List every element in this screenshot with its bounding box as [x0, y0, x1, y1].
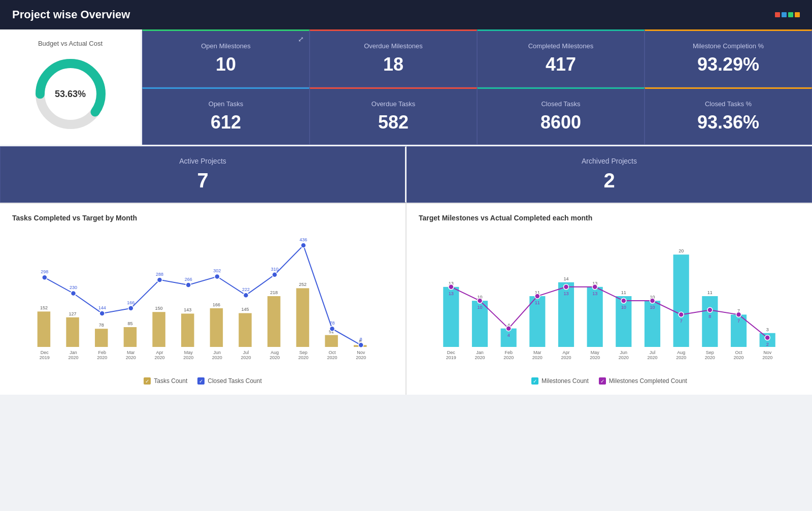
svg-text:Apr: Apr — [562, 350, 569, 355]
svg-text:13: 13 — [592, 291, 597, 296]
svg-text:20: 20 — [679, 248, 684, 253]
metric-label: Open Tasks — [209, 100, 243, 108]
svg-text:3: 3 — [766, 327, 769, 332]
svg-text:2020: 2020 — [532, 355, 543, 360]
svg-text:Sep: Sep — [299, 350, 308, 355]
svg-text:8: 8 — [360, 337, 362, 342]
svg-point-40 — [244, 293, 249, 298]
svg-rect-4 — [66, 317, 79, 347]
metric-label: Milestone Completion % — [693, 42, 764, 50]
svg-text:Oct: Oct — [328, 350, 336, 355]
tasks-chart-legend: ✓ Tasks Count ✓ Closed Tasks Count — [12, 377, 393, 385]
svg-text:2020: 2020 — [762, 355, 772, 360]
expand-icon[interactable]: ⤢ — [298, 35, 304, 43]
svg-text:166: 166 — [127, 300, 134, 305]
metric-value: 10 — [216, 54, 236, 75]
svg-point-114 — [679, 312, 684, 317]
svg-text:Feb: Feb — [98, 350, 106, 355]
metric-card-1: Overdue Milestones18 — [310, 29, 477, 87]
donut-center: 53.63% — [55, 89, 86, 100]
svg-text:2020: 2020 — [154, 355, 164, 360]
svg-text:Jan: Jan — [476, 350, 484, 355]
svg-rect-92 — [702, 296, 718, 347]
legend-tasks-count: ✓ Tasks Count — [144, 377, 187, 385]
svg-point-44 — [301, 243, 306, 248]
svg-text:218: 218 — [270, 290, 278, 295]
svg-text:152: 152 — [40, 305, 48, 310]
svg-text:Feb: Feb — [504, 350, 513, 355]
metric-value: 93.36% — [697, 112, 759, 133]
svg-text:150: 150 — [155, 306, 163, 311]
metric-card-3: Milestone Completion %93.29% — [645, 29, 812, 87]
svg-text:2019: 2019 — [40, 355, 50, 360]
svg-text:266: 266 — [185, 277, 192, 282]
metric-value: 582 — [378, 112, 409, 133]
svg-text:252: 252 — [299, 282, 307, 287]
svg-text:2020: 2020 — [212, 355, 222, 360]
svg-text:222: 222 — [242, 287, 250, 292]
svg-text:11: 11 — [621, 290, 626, 295]
header: Project wise Overview — [0, 0, 812, 29]
svg-text:230: 230 — [70, 285, 77, 290]
metric-value: 612 — [211, 112, 241, 133]
svg-point-116 — [707, 307, 713, 312]
archived-projects-value: 2 — [603, 169, 615, 192]
metric-label: Completed Milestones — [528, 42, 594, 50]
svg-text:288: 288 — [156, 272, 163, 277]
metric-label: Open Milestones — [201, 42, 251, 50]
svg-point-100 — [478, 298, 483, 303]
active-projects-label: Active Projects — [179, 157, 226, 165]
svg-text:Mar: Mar — [127, 350, 135, 355]
svg-point-110 — [621, 298, 626, 303]
svg-point-36 — [186, 282, 191, 288]
svg-text:298: 298 — [41, 269, 48, 274]
header-icon — [775, 12, 800, 17]
svg-text:Jun: Jun — [620, 350, 628, 355]
metric-card-0: ⤢Open Milestones10 — [142, 29, 310, 87]
milestones-chart-legend: ✓ Milestones Count ✓ Milestones Complete… — [419, 377, 800, 385]
metric-value: 18 — [383, 54, 403, 75]
svg-text:2020: 2020 — [327, 355, 337, 360]
metric-label: Overdue Milestones — [364, 42, 423, 50]
svg-text:2020: 2020 — [475, 355, 485, 360]
metric-card-5: Overdue Tasks582 — [310, 87, 477, 145]
svg-text:78: 78 — [99, 323, 104, 328]
svg-rect-20 — [296, 288, 310, 347]
svg-text:2020: 2020 — [590, 355, 600, 360]
svg-text:8: 8 — [708, 314, 711, 319]
svg-text:Nov: Nov — [357, 350, 365, 355]
milestones-chart-title: Target Milestones vs Actual Completed ea… — [419, 214, 800, 222]
svg-rect-22 — [325, 335, 338, 347]
svg-text:2020: 2020 — [503, 355, 514, 360]
active-projects-value: 7 — [197, 169, 208, 192]
svg-text:302: 302 — [213, 268, 221, 273]
svg-text:2020: 2020 — [647, 355, 657, 360]
svg-text:310: 310 — [271, 267, 279, 272]
svg-text:Dec: Dec — [41, 350, 49, 355]
metrics-grid: ⤢Open Milestones10Overdue Milestones18Co… — [142, 29, 812, 145]
svg-text:166: 166 — [213, 302, 220, 307]
metric-value: 417 — [546, 54, 576, 75]
svg-rect-86 — [616, 296, 631, 347]
svg-point-26 — [42, 275, 47, 280]
donut-title: Budget vs Actual Cost — [38, 40, 103, 47]
archived-projects-label: Archived Projects — [582, 157, 637, 165]
svg-rect-8 — [124, 327, 137, 347]
svg-text:2019: 2019 — [446, 355, 456, 360]
metric-card-6: Closed Tasks8600 — [477, 87, 645, 145]
svg-point-34 — [157, 277, 162, 282]
svg-text:145: 145 — [242, 307, 249, 312]
metric-value: 8600 — [540, 112, 581, 133]
svg-text:143: 143 — [184, 307, 191, 312]
svg-point-98 — [449, 284, 454, 290]
svg-point-32 — [128, 306, 133, 311]
svg-point-118 — [736, 312, 741, 317]
svg-text:2020: 2020 — [97, 355, 107, 360]
svg-text:Jul: Jul — [650, 350, 656, 355]
metric-label: Closed Tasks — [541, 100, 580, 108]
svg-text:May: May — [591, 350, 600, 355]
svg-text:2020: 2020 — [269, 355, 280, 360]
tasks-chart-title: Tasks Completed vs Target by Month — [12, 214, 393, 222]
svg-text:2020: 2020 — [676, 355, 686, 360]
legend-milestones-completed-count: ✓ Milestones Completed Count — [599, 377, 687, 385]
